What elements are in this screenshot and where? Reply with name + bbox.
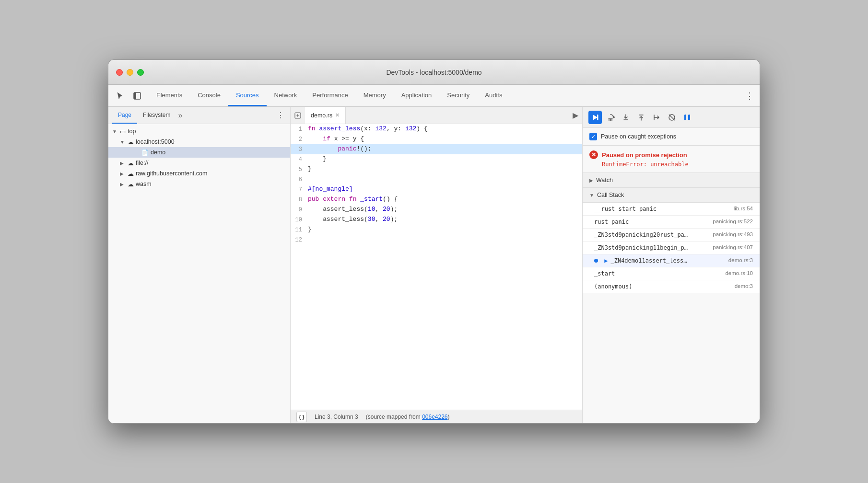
left-panel-tabs: Page Filesystem » ⋮	[108, 107, 290, 124]
call-stack-item-6[interactable]: (anonymous) demo:3	[583, 280, 760, 293]
call-stack-item-5[interactable]: _start demo.rs:10	[583, 267, 760, 280]
tab-console[interactable]: Console	[190, 85, 228, 106]
tab-sources[interactable]: Sources	[228, 85, 267, 106]
devtools-icons	[112, 85, 149, 106]
tree-icon-top: ▭	[120, 128, 126, 135]
call-stack-section-header[interactable]: ▼ Call Stack	[583, 188, 760, 203]
code-line-6: 6	[291, 174, 582, 184]
code-line-9: 9 assert_less(10, 20);	[291, 205, 582, 215]
call-stack-item-3[interactable]: _ZN3std9panicking11begin_pa... panicking…	[583, 242, 760, 254]
code-editor[interactable]: 1 fn assert_less(x: i32, y: i32) { 2 if …	[291, 124, 582, 410]
window-title: DevTools - localhost:5000/demo	[386, 69, 481, 76]
tree-item-raw[interactable]: ▶ ☁ raw.githubusercontent.com	[108, 168, 290, 179]
code-line-11: 11 }	[291, 225, 582, 235]
status-mapped: (source mapped from 006e4226)	[366, 414, 450, 420]
call-stack-item-4[interactable]: ▶_ZN4demo11assert_less17hc8... demo.rs:3	[583, 254, 760, 267]
tab-elements[interactable]: Elements	[149, 85, 190, 106]
watch-section-header[interactable]: ▶ Watch	[583, 173, 760, 188]
code-line-4: 4 }	[291, 154, 582, 164]
more-left-tabs-button[interactable]: »	[178, 111, 182, 120]
resume-button[interactable]	[588, 111, 602, 124]
pause-caught-section: ✓ Pause on caught exceptions	[583, 128, 760, 146]
tab-application[interactable]: Application	[394, 85, 440, 106]
code-line-7: 7 #[no_mangle]	[291, 184, 582, 195]
svg-rect-7	[684, 115, 686, 120]
dock-icon[interactable]	[129, 88, 145, 104]
pause-button[interactable]	[680, 111, 694, 124]
tree-arrow-raw: ▶	[120, 171, 126, 176]
tab-network[interactable]: Network	[267, 85, 305, 106]
tree-icon-file: ☁	[128, 160, 134, 167]
main-area: Page Filesystem » ⋮ ▼ ▭ top ▼ ☁	[108, 107, 760, 423]
tree-item-wasm[interactable]: ▶ ☁ wasm	[108, 179, 290, 189]
svg-rect-4	[597, 115, 598, 120]
paused-subtitle: RuntimeError: unreachable	[589, 161, 753, 168]
editor-nav-back[interactable]	[291, 112, 305, 119]
code-line-1: 1 fn assert_less(x: i32, y: i32) {	[291, 124, 582, 134]
left-panel: Page Filesystem » ⋮ ▼ ▭ top ▼ ☁	[108, 107, 291, 423]
call-stack-item-2[interactable]: _ZN3std9panicking20rust_pani... panickin…	[583, 229, 760, 242]
editor-tab-actions[interactable]: ▶	[569, 111, 582, 120]
svg-rect-8	[688, 115, 690, 120]
code-line-10: 10 assert_less(30, 20);	[291, 215, 582, 225]
tree-icon-raw: ☁	[128, 170, 134, 177]
devtools-window: DevTools - localhost:5000/demo Elements …	[108, 59, 760, 424]
call-stack-item-0[interactable]: __rust_start_panic lib.rs:54	[583, 203, 760, 216]
call-stack-section-title: Call Stack	[597, 192, 624, 198]
paused-title-text: Paused on promise rejection	[602, 151, 687, 159]
tree-item-file[interactable]: ▶ ☁ file://	[108, 158, 290, 168]
tree-arrow-file: ▶	[120, 161, 126, 166]
pause-caught-checkbox[interactable]: ✓	[589, 133, 597, 140]
step-into-button[interactable]	[619, 111, 633, 124]
code-line-2: 2 if x >= y {	[291, 134, 582, 144]
tab-security[interactable]: Security	[439, 85, 477, 106]
more-tabs-button[interactable]: ⋮	[739, 85, 760, 106]
code-line-12: 12	[291, 235, 582, 245]
code-line-5: 5 }	[291, 164, 582, 174]
deactivate-button[interactable]	[665, 111, 679, 124]
titlebar: DevTools - localhost:5000/demo	[108, 60, 760, 85]
tree-arrow-top: ▼	[112, 129, 118, 134]
svg-rect-1	[134, 92, 136, 99]
tab-list: Elements Console Sources Network Perform…	[149, 85, 739, 106]
tree-item-demo[interactable]: ▶ 📄 demo	[108, 147, 290, 158]
tab-performance[interactable]: Performance	[305, 85, 355, 106]
status-position: Line 3, Column 3	[315, 414, 358, 420]
tab-audits[interactable]: Audits	[477, 85, 510, 106]
code-line-8: 8 pub extern fn _start() {	[291, 195, 582, 205]
center-panel: demo.rs ✕ ▶ 1 fn assert_less(x: i32, y: …	[291, 107, 582, 423]
tab-memory[interactable]: Memory	[356, 85, 394, 106]
call-stack-list: __rust_start_panic lib.rs:54 rust_panic …	[583, 203, 760, 293]
editor-tab-close-btn[interactable]: ✕	[335, 112, 340, 118]
file-tree: ▼ ▭ top ▼ ☁ localhost:5000 ▶ 📄 demo	[108, 124, 290, 423]
source-map-link[interactable]: 006e4226	[422, 414, 447, 420]
cursor-icon[interactable]	[112, 88, 128, 104]
maximize-button[interactable]	[137, 69, 144, 76]
debugger-toolbar	[583, 107, 760, 128]
step-out-button[interactable]	[634, 111, 648, 124]
left-panel-actions-button[interactable]: ⋮	[275, 111, 286, 120]
paused-banner: ✕ Paused on promise rejection RuntimeErr…	[583, 146, 760, 173]
tree-arrow-wasm: ▶	[120, 182, 126, 187]
step-button[interactable]	[650, 111, 663, 124]
debugger-content: ✓ Pause on caught exceptions ✕ Paused on…	[583, 128, 760, 423]
step-over-button[interactable]	[604, 111, 617, 124]
call-stack-item-1[interactable]: rust_panic panicking.rs:522	[583, 216, 760, 229]
close-button[interactable]	[116, 69, 123, 76]
status-bar: { } Line 3, Column 3 (source mapped from…	[291, 410, 582, 423]
tab-page[interactable]: Page	[112, 107, 137, 124]
watch-arrow-icon: ▶	[589, 178, 593, 183]
tree-icon-demo: 📄	[141, 149, 149, 156]
tree-arrow-demo: ▶	[133, 150, 139, 155]
tree-icon-localhost: ☁	[128, 138, 134, 146]
minimize-button[interactable]	[127, 69, 133, 76]
call-stack-arrow-icon: ▼	[589, 193, 594, 198]
tree-item-top[interactable]: ▼ ▭ top	[108, 126, 290, 137]
tree-icon-wasm: ☁	[128, 181, 134, 188]
pause-caught-label: Pause on caught exceptions	[601, 133, 676, 140]
editor-tab-demo[interactable]: demo.rs ✕	[305, 107, 346, 124]
tree-item-localhost[interactable]: ▼ ☁ localhost:5000	[108, 137, 290, 147]
format-button[interactable]: { }	[296, 412, 307, 422]
current-frame-arrow: ▶	[604, 257, 608, 264]
tab-filesystem[interactable]: Filesystem	[137, 107, 176, 124]
